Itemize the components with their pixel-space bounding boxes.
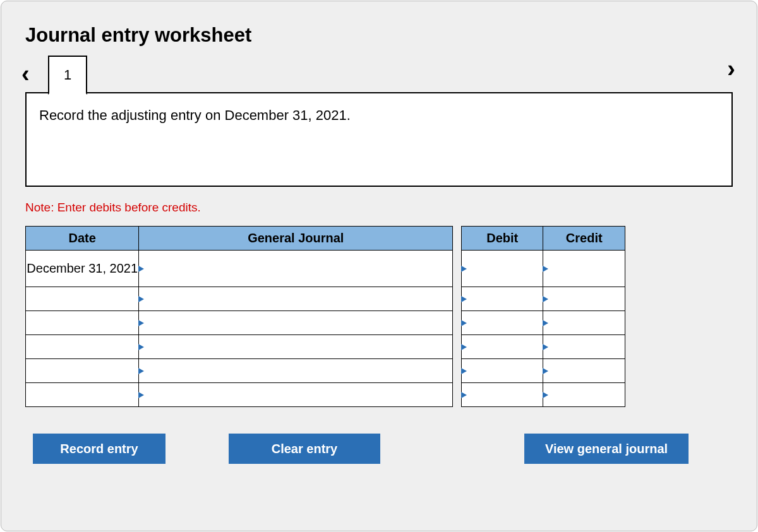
cell-credit[interactable]: [543, 383, 625, 407]
record-entry-button[interactable]: Record entry: [33, 434, 165, 464]
cell-date[interactable]: [26, 359, 139, 383]
cell-credit[interactable]: [543, 311, 625, 335]
cell-date[interactable]: [26, 383, 139, 407]
cell-debit[interactable]: [462, 311, 543, 335]
cell-general-journal[interactable]: [139, 251, 453, 287]
cell-debit[interactable]: [462, 383, 543, 407]
header-date: Date: [26, 227, 139, 251]
cell-gap: [453, 383, 462, 407]
header-debit: Debit: [462, 227, 543, 251]
page-title: Journal entry worksheet: [25, 24, 733, 47]
cell-credit[interactable]: [543, 251, 625, 287]
tab-1[interactable]: 1: [48, 56, 87, 95]
cell-gap: [453, 287, 462, 311]
table-row: [26, 287, 625, 311]
cell-debit[interactable]: [462, 251, 543, 287]
cell-general-journal[interactable]: [139, 311, 453, 335]
instruction-box: Record the adjusting entry on December 3…: [25, 92, 733, 187]
table-row: [26, 359, 625, 383]
cell-date[interactable]: December 31, 2021: [26, 251, 139, 287]
cell-credit[interactable]: [543, 359, 625, 383]
cell-date[interactable]: [26, 335, 139, 359]
cell-general-journal[interactable]: [139, 359, 453, 383]
cell-debit[interactable]: [462, 359, 543, 383]
cell-gap: [453, 335, 462, 359]
cell-gap: [453, 359, 462, 383]
table-row: [26, 311, 625, 335]
tab-nav-row: ‹ 1 ›: [25, 54, 733, 93]
cell-gap: [453, 311, 462, 335]
clear-entry-button[interactable]: Clear entry: [229, 434, 380, 464]
note-text: Note: Enter debits before credits.: [25, 201, 733, 215]
button-row: Record entry Clear entry View general jo…: [25, 434, 689, 464]
chevron-right-icon[interactable]: ›: [725, 57, 738, 81]
cell-debit[interactable]: [462, 335, 543, 359]
tab-wrap: 1: [48, 56, 87, 95]
cell-general-journal[interactable]: [139, 335, 453, 359]
table-row: [26, 335, 625, 359]
header-credit: Credit: [543, 227, 625, 251]
cell-general-journal[interactable]: [139, 287, 453, 311]
header-gap: [453, 227, 462, 251]
cell-debit[interactable]: [462, 287, 543, 311]
cell-credit[interactable]: [543, 335, 625, 359]
chevron-left-icon[interactable]: ‹: [19, 62, 32, 86]
view-general-journal-button[interactable]: View general journal: [524, 434, 689, 464]
cell-gap: [453, 251, 462, 287]
cell-credit[interactable]: [543, 287, 625, 311]
cell-date[interactable]: [26, 287, 139, 311]
worksheet-panel: Journal entry worksheet ‹ 1 › Record the…: [1, 1, 757, 531]
table-row: December 31, 2021: [26, 251, 625, 287]
cell-general-journal[interactable]: [139, 383, 453, 407]
instruction-text: Record the adjusting entry on December 3…: [39, 107, 351, 123]
cell-date[interactable]: [26, 311, 139, 335]
journal-table: Date General Journal Debit Credit Decemb…: [25, 226, 625, 407]
table-row: [26, 383, 625, 407]
header-general-journal: General Journal: [139, 227, 453, 251]
